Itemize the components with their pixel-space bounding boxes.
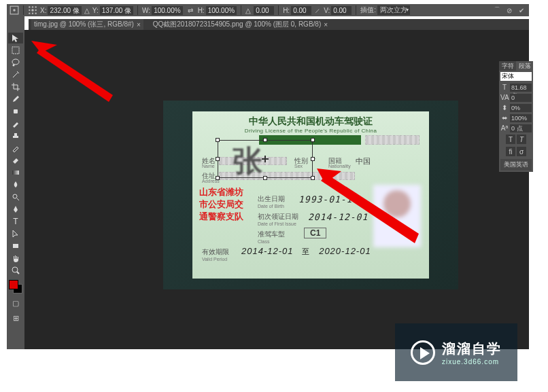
interp-label: 插值: [360,5,376,15]
transform-handle-tr[interactable] [311,138,315,142]
svg-point-3 [32,6,33,7]
tab-label: timg.jpg @ 100% (张三, RGB/8#) [34,20,134,29]
vskew-label: V: [324,7,330,14]
eraser-tool[interactable] [8,155,23,166]
stamp-tool[interactable] [8,130,23,141]
interp-select[interactable]: 两次立方 [377,5,410,15]
history-brush-tool[interactable] [8,143,23,154]
free-transform-box[interactable] [218,140,313,178]
watermark-text-2: zixue.3d66.com [442,358,502,366]
y-value[interactable]: 137.00 像 [100,6,133,15]
h-label: H: [198,7,205,14]
angle-value[interactable]: 0.00 [254,6,274,15]
w-value[interactable]: 100.00% [152,6,182,15]
transform-origin-icon[interactable] [10,5,19,15]
language-select[interactable]: 美国英语 [500,159,532,171]
tab-paragraph[interactable]: 段落 [516,61,533,71]
transform-center-icon[interactable] [262,156,269,162]
dob-label-en: Date of Birth [258,204,285,209]
style-button-1[interactable]: fi [506,147,515,156]
tab-label: QQ截图20180723154905.png @ 100% (图层 0, RGB… [153,20,322,29]
svg-line-20 [17,272,19,274]
cancel-icon[interactable]: ⊘ [504,5,514,15]
reference-point-icon[interactable] [28,5,37,15]
h-value[interactable]: 100.00% [206,6,237,15]
svg-rect-15 [12,171,19,175]
foreground-color-swatch[interactable] [9,280,18,289]
transform-handle-r[interactable] [311,157,315,161]
transform-handle-b[interactable] [263,176,267,180]
dodge-tool[interactable] [8,192,23,202]
transform-handle-tl[interactable] [216,138,220,142]
blur-tool[interactable] [8,179,23,190]
tab-character[interactable]: 字符 [499,61,516,71]
document-tab-bar: timg.jpg @ 100% (张三, RGB/8#) × QQ截图20180… [29,19,529,30]
valid-to: 2020-12-01 [319,246,371,256]
dob-label: 出生日期 [258,195,285,202]
hand-tool[interactable] [8,253,23,264]
font-size-value[interactable]: 81.68 点 [510,84,532,92]
eyedropper-tool[interactable] [8,94,23,105]
class-label-en: Class [258,239,285,244]
style-button-2[interactable]: σ [517,147,526,156]
issue-label: 初次领证日期 [258,213,298,220]
svg-point-9 [32,13,33,14]
license-title-cn: 中华人民共和国机动车驾驶证 [192,111,429,128]
y-label: Y: [92,7,99,14]
nationality-value: 中国 [356,156,371,166]
rectangle-tool[interactable] [8,240,23,251]
commit-icon[interactable]: ✔ [517,5,526,15]
skew-icon: ⟋ [314,7,321,14]
x-value[interactable]: 232.00 像 [48,6,81,15]
font-family-select[interactable]: 宋体 [500,72,532,81]
rectangular-marquee-tool[interactable] [8,45,23,56]
healing-brush-tool[interactable] [8,106,23,117]
svg-point-8 [29,13,30,14]
vscale-value[interactable]: 0% [510,104,532,112]
hskew-value[interactable]: 0.00 [291,6,311,15]
transform-handle-t[interactable] [263,138,267,142]
crop-tool[interactable] [8,82,23,92]
tab-timg[interactable]: timg.jpg @ 100% (张三, RGB/8#) × [31,19,143,30]
vskew-value[interactable]: 0.00 [331,6,352,15]
issuing-authority-stamp: 山东省潍坊 市公安局交 通警察支队 [199,186,250,240]
annotation-arrow-1 [31,41,113,102]
svg-point-5 [29,10,30,11]
transform-handle-br[interactable] [311,176,315,180]
magic-wand-tool[interactable] [8,69,23,80]
valid-label-en: Valid Period [202,257,229,262]
quick-mask-icon[interactable]: ▢ [8,298,23,308]
faux-italic-button[interactable]: T [517,135,526,144]
close-icon[interactable]: × [137,21,141,29]
warp-icon[interactable]: ⌒ [492,5,502,15]
lasso-tool[interactable] [8,57,23,68]
canvas-area[interactable]: 中华人民共和国机动车驾驶证 Driving License of the Peo… [24,30,529,349]
move-tool[interactable] [8,33,23,43]
watermark-text-1: 溜溜自学 [442,340,502,358]
baseline-value[interactable]: 0 点 [510,124,532,132]
triangle-1: △ [84,7,90,14]
close-icon[interactable]: × [324,21,328,29]
gradient-tool[interactable] [8,167,23,178]
options-bar: X:232.00 像 △ Y:137.00 像 W:100.00% ⇄ H:10… [7,4,529,16]
class-label: 准驾车型 [258,230,285,238]
faux-bold-button[interactable]: T [506,135,515,144]
color-swatches[interactable] [9,280,22,293]
transform-handle-bl[interactable] [216,176,220,180]
pen-tool[interactable] [8,204,23,215]
screen-mode-icon[interactable]: ⊞ [8,313,23,323]
svg-point-6 [31,9,34,12]
brush-tool[interactable] [8,118,23,129]
svg-point-16 [13,194,17,198]
svg-point-1 [13,9,16,12]
tab-qq[interactable]: QQ截图20180723154905.png @ 100% (图层 0, RGB… [150,19,330,30]
link-icon[interactable]: ⇄ [186,5,195,15]
tracking-value[interactable]: 0 [510,94,532,102]
zoom-tool[interactable] [8,265,23,276]
valid-sep: 至 [302,247,310,255]
hscale-value[interactable]: 100% [510,114,532,122]
type-tool[interactable]: T [8,216,23,227]
transform-handle-l[interactable] [216,157,220,161]
path-selection-tool[interactable] [8,228,23,239]
watermark: 溜溜自学 zixue.3d66.com [395,323,517,381]
